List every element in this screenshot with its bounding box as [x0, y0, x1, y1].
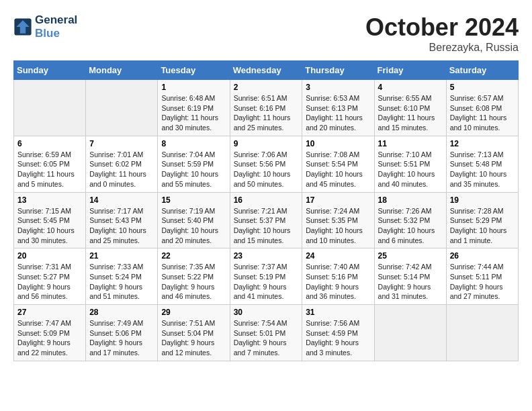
logo-line1: General — [35, 13, 77, 27]
day-number: 25 — [378, 251, 443, 261]
calendar-cell: 23Sunrise: 7:37 AM Sunset: 5:19 PM Dayli… — [230, 248, 302, 305]
calendar-cell: 31Sunrise: 7:56 AM Sunset: 4:59 PM Dayli… — [302, 305, 374, 361]
day-number: 16 — [234, 195, 299, 205]
location-title: Berezayka, Russia — [365, 42, 519, 54]
day-info: Sunrise: 7:13 AM Sunset: 5:48 PM Dayligh… — [450, 150, 515, 189]
calendar-day-header: Saturday — [446, 61, 518, 80]
day-number: 9 — [234, 139, 299, 148]
logo-icon — [13, 17, 32, 36]
day-info: Sunrise: 7:10 AM Sunset: 5:51 PM Dayligh… — [378, 150, 443, 189]
day-number: 4 — [378, 83, 443, 92]
calendar-week-row: 1Sunrise: 6:48 AM Sunset: 6:19 PM Daylig… — [14, 80, 519, 136]
day-number: 26 — [450, 251, 515, 261]
calendar-day-header: Wednesday — [230, 61, 302, 80]
day-number: 22 — [161, 251, 226, 261]
calendar-cell: 30Sunrise: 7:54 AM Sunset: 5:01 PM Dayli… — [230, 305, 302, 361]
page-header: General Blue October 2024 Berezayka, Rus… — [13, 13, 519, 54]
calendar-cell: 5Sunrise: 6:57 AM Sunset: 6:08 PM Daylig… — [446, 80, 518, 136]
calendar-cell: 22Sunrise: 7:35 AM Sunset: 5:22 PM Dayli… — [158, 248, 230, 305]
day-number: 29 — [161, 308, 226, 317]
day-number: 2 — [234, 83, 299, 92]
calendar-week-row: 6Sunrise: 6:59 AM Sunset: 6:05 PM Daylig… — [14, 136, 519, 192]
day-number: 14 — [89, 195, 154, 205]
calendar-cell: 19Sunrise: 7:28 AM Sunset: 5:29 PM Dayli… — [446, 192, 518, 248]
calendar-cell — [446, 305, 518, 361]
calendar-cell: 11Sunrise: 7:10 AM Sunset: 5:51 PM Dayli… — [374, 136, 446, 192]
calendar-cell: 1Sunrise: 6:48 AM Sunset: 6:19 PM Daylig… — [158, 80, 230, 136]
day-number: 6 — [17, 139, 82, 148]
day-number: 27 — [17, 308, 82, 317]
day-info: Sunrise: 6:57 AM Sunset: 6:08 PM Dayligh… — [450, 93, 515, 133]
calendar-cell — [86, 80, 158, 136]
day-number: 23 — [234, 251, 299, 261]
day-number: 13 — [17, 195, 82, 205]
day-info: Sunrise: 7:49 AM Sunset: 5:06 PM Dayligh… — [89, 318, 154, 358]
calendar-cell: 8Sunrise: 7:04 AM Sunset: 5:59 PM Daylig… — [158, 136, 230, 192]
calendar-cell: 21Sunrise: 7:33 AM Sunset: 5:24 PM Dayli… — [86, 248, 158, 305]
calendar-cell: 7Sunrise: 7:01 AM Sunset: 6:02 PM Daylig… — [86, 136, 158, 192]
day-number: 19 — [450, 195, 515, 205]
calendar-cell: 18Sunrise: 7:26 AM Sunset: 5:32 PM Dayli… — [374, 192, 446, 248]
calendar-day-header: Tuesday — [158, 61, 230, 80]
day-info: Sunrise: 7:35 AM Sunset: 5:22 PM Dayligh… — [161, 262, 226, 302]
day-info: Sunrise: 6:59 AM Sunset: 6:05 PM Dayligh… — [17, 150, 82, 189]
day-info: Sunrise: 7:24 AM Sunset: 5:35 PM Dayligh… — [306, 206, 370, 246]
day-number: 18 — [378, 195, 443, 205]
day-info: Sunrise: 7:54 AM Sunset: 5:01 PM Dayligh… — [234, 318, 299, 358]
calendar-cell: 10Sunrise: 7:08 AM Sunset: 5:54 PM Dayli… — [302, 136, 374, 192]
calendar-week-row: 13Sunrise: 7:15 AM Sunset: 5:45 PM Dayli… — [14, 192, 519, 248]
day-number: 24 — [306, 251, 370, 261]
day-info: Sunrise: 7:04 AM Sunset: 5:59 PM Dayligh… — [161, 150, 226, 189]
calendar-cell: 17Sunrise: 7:24 AM Sunset: 5:35 PM Dayli… — [302, 192, 374, 248]
month-title: October 2024 — [365, 13, 519, 42]
day-info: Sunrise: 7:19 AM Sunset: 5:40 PM Dayligh… — [161, 206, 226, 246]
day-info: Sunrise: 7:37 AM Sunset: 5:19 PM Dayligh… — [234, 262, 299, 302]
day-info: Sunrise: 7:26 AM Sunset: 5:32 PM Dayligh… — [378, 206, 443, 246]
day-info: Sunrise: 7:47 AM Sunset: 5:09 PM Dayligh… — [17, 318, 82, 358]
day-info: Sunrise: 6:48 AM Sunset: 6:19 PM Dayligh… — [161, 93, 226, 133]
calendar-cell: 29Sunrise: 7:51 AM Sunset: 5:04 PM Dayli… — [158, 305, 230, 361]
day-number: 30 — [234, 308, 299, 317]
calendar-cell: 20Sunrise: 7:31 AM Sunset: 5:27 PM Dayli… — [14, 248, 86, 305]
day-number: 7 — [89, 139, 154, 148]
day-info: Sunrise: 7:44 AM Sunset: 5:11 PM Dayligh… — [450, 262, 515, 302]
calendar-week-row: 20Sunrise: 7:31 AM Sunset: 5:27 PM Dayli… — [14, 248, 519, 305]
calendar-week-row: 27Sunrise: 7:47 AM Sunset: 5:09 PM Dayli… — [14, 305, 519, 361]
calendar-cell: 6Sunrise: 6:59 AM Sunset: 6:05 PM Daylig… — [14, 136, 86, 192]
day-number: 11 — [378, 139, 443, 148]
day-number: 12 — [450, 139, 515, 148]
calendar-cell: 2Sunrise: 6:51 AM Sunset: 6:16 PM Daylig… — [230, 80, 302, 136]
day-info: Sunrise: 6:51 AM Sunset: 6:16 PM Dayligh… — [234, 93, 299, 133]
day-info: Sunrise: 7:56 AM Sunset: 4:59 PM Dayligh… — [306, 318, 370, 358]
day-number: 31 — [306, 308, 370, 317]
calendar-cell: 28Sunrise: 7:49 AM Sunset: 5:06 PM Dayli… — [86, 305, 158, 361]
calendar-cell: 13Sunrise: 7:15 AM Sunset: 5:45 PM Dayli… — [14, 192, 86, 248]
calendar-day-header: Monday — [86, 61, 158, 80]
day-info: Sunrise: 7:51 AM Sunset: 5:04 PM Dayligh… — [161, 318, 226, 358]
calendar-cell — [14, 80, 86, 136]
calendar-cell: 25Sunrise: 7:42 AM Sunset: 5:14 PM Dayli… — [374, 248, 446, 305]
day-number: 1 — [161, 83, 226, 92]
calendar-cell: 16Sunrise: 7:21 AM Sunset: 5:37 PM Dayli… — [230, 192, 302, 248]
day-number: 5 — [450, 83, 515, 92]
calendar-table: SundayMondayTuesdayWednesdayThursdayFrid… — [13, 60, 519, 361]
day-number: 21 — [89, 251, 154, 261]
day-info: Sunrise: 7:08 AM Sunset: 5:54 PM Dayligh… — [306, 150, 370, 189]
calendar-body: 1Sunrise: 6:48 AM Sunset: 6:19 PM Daylig… — [14, 80, 519, 361]
calendar-day-header: Friday — [374, 61, 446, 80]
day-number: 20 — [17, 251, 82, 261]
calendar-cell: 24Sunrise: 7:40 AM Sunset: 5:16 PM Dayli… — [302, 248, 374, 305]
day-info: Sunrise: 7:28 AM Sunset: 5:29 PM Dayligh… — [450, 206, 515, 246]
day-info: Sunrise: 7:21 AM Sunset: 5:37 PM Dayligh… — [234, 206, 299, 246]
day-number: 15 — [161, 195, 226, 205]
calendar-cell: 26Sunrise: 7:44 AM Sunset: 5:11 PM Dayli… — [446, 248, 518, 305]
calendar-cell — [374, 305, 446, 361]
calendar-cell: 12Sunrise: 7:13 AM Sunset: 5:48 PM Dayli… — [446, 136, 518, 192]
day-info: Sunrise: 7:01 AM Sunset: 6:02 PM Dayligh… — [89, 150, 154, 189]
calendar-cell: 3Sunrise: 6:53 AM Sunset: 6:13 PM Daylig… — [302, 80, 374, 136]
day-info: Sunrise: 7:42 AM Sunset: 5:14 PM Dayligh… — [378, 262, 443, 302]
calendar-cell: 9Sunrise: 7:06 AM Sunset: 5:56 PM Daylig… — [230, 136, 302, 192]
day-info: Sunrise: 6:55 AM Sunset: 6:10 PM Dayligh… — [378, 93, 443, 133]
day-number: 8 — [161, 139, 226, 148]
day-info: Sunrise: 7:40 AM Sunset: 5:16 PM Dayligh… — [306, 262, 370, 302]
